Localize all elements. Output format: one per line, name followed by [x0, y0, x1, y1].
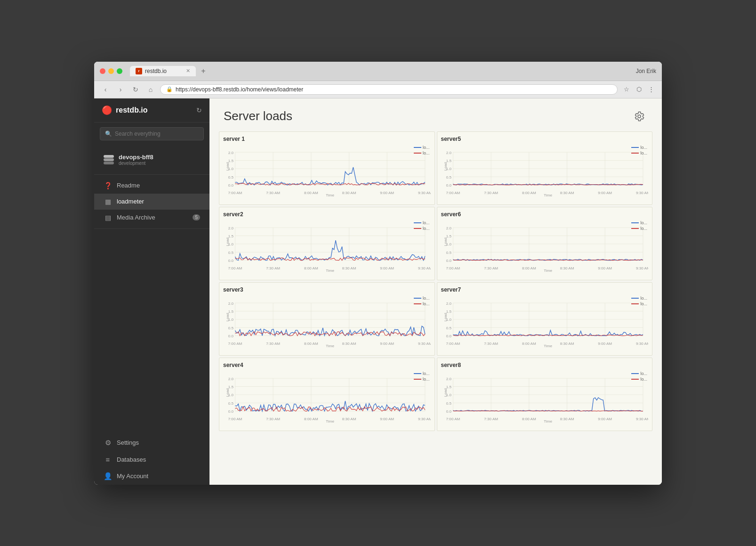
legend-label-2: lo... [640, 151, 647, 155]
svg-text:Load: Load [443, 388, 447, 397]
legend-item-blue: lo... [631, 371, 647, 376]
chart-title: server6 [441, 211, 649, 218]
reload-button[interactable]: ↻ [130, 84, 141, 95]
page-settings-button[interactable] [631, 108, 648, 125]
svg-text:Time: Time [544, 269, 552, 273]
svg-text:2.0: 2.0 [446, 226, 451, 230]
legend-item-blue: lo... [631, 296, 647, 301]
sidebar-item-settings[interactable]: ⚙ Settings [94, 434, 209, 451]
search-input[interactable] [115, 130, 199, 137]
sidebar-refresh-button[interactable]: ↻ [196, 106, 202, 114]
svg-text:Load: Load [225, 237, 230, 246]
chart-card-server4: server4 0.00.51.01.52.0 7:00 AM7:30 AM8:… [219, 358, 435, 431]
svg-text:Time: Time [544, 193, 552, 197]
menu-icon[interactable]: ⋮ [646, 84, 656, 95]
svg-text:8:00 AM: 8:00 AM [522, 417, 536, 421]
db-name: devops-bff8 [119, 154, 153, 161]
db-item[interactable]: devops-bff8 development [100, 150, 204, 170]
svg-text:9:30 AM: 9:30 AM [418, 417, 430, 421]
svg-text:8:00 AM: 8:00 AM [304, 417, 318, 421]
sidebar-item-media-archive[interactable]: ▤ Media Archive 5 [94, 210, 209, 226]
legend-label-2: lo... [640, 226, 647, 231]
svg-text:Time: Time [326, 269, 334, 273]
svg-text:0.0: 0.0 [446, 334, 451, 338]
nav-icon: ▦ [104, 198, 112, 205]
page-title: Server loads [224, 109, 292, 123]
svg-text:9:30 AM: 9:30 AM [636, 417, 648, 421]
home-button[interactable]: ⌂ [145, 84, 156, 95]
sidebar-item-my-account[interactable]: 👤 My Account [94, 468, 209, 485]
forward-button[interactable]: › [115, 84, 126, 95]
nav-icon: ⚙ [104, 439, 112, 447]
nav-icon: ▤ [104, 214, 112, 221]
close-button[interactable] [100, 68, 105, 74]
address-bar[interactable]: 🔒 https://devops-bff8.restdb.io/home/vie… [160, 84, 618, 95]
bookmark-icon[interactable]: ☆ [621, 84, 632, 95]
svg-text:8:30 AM: 8:30 AM [560, 266, 574, 270]
nav-item-label: Media Archive [117, 214, 155, 221]
chart-legend: lo... lo... [414, 145, 430, 156]
tab-close-button[interactable]: ✕ [186, 68, 190, 74]
back-button[interactable]: ‹ [100, 84, 111, 95]
svg-text:7:00 AM: 7:00 AM [446, 342, 460, 346]
svg-text:9:00 AM: 9:00 AM [598, 417, 612, 421]
user-name: Jon Erik [636, 68, 656, 74]
sidebar: 🔴 restdb.io ↻ 🔍 [94, 98, 209, 485]
minimize-button[interactable] [108, 68, 114, 74]
svg-text:8:00 AM: 8:00 AM [304, 191, 318, 195]
sidebar-item-databases[interactable]: ≡ Databases [94, 451, 209, 468]
nav-icon: 👤 [104, 472, 112, 481]
legend-item-red: lo... [414, 377, 430, 382]
legend-label-2: lo... [640, 377, 647, 382]
legend-label-1: lo... [423, 296, 430, 301]
browser-tab[interactable]: r restdb.io ✕ [130, 66, 196, 76]
brand: 🔴 restdb.io [102, 105, 148, 115]
svg-text:8:00 AM: 8:00 AM [522, 342, 536, 346]
sidebar-item-readme[interactable]: ❓ Readme [94, 178, 209, 194]
extensions-icon[interactable]: ⬡ [634, 84, 644, 95]
legend-line-red [414, 153, 421, 154]
legend-label-1: lo... [640, 220, 647, 225]
sidebar-item-loadmeter[interactable]: ▦ loadmeter [94, 194, 209, 210]
svg-text:0.5: 0.5 [228, 401, 234, 405]
legend-line-blue [414, 147, 421, 148]
chart-card-server1: server 1 0.00.51.01.52.0 7:00 AM7:30 AM8… [219, 131, 435, 205]
svg-text:7:00 AM: 7:00 AM [228, 417, 242, 421]
db-stack-icon [104, 155, 114, 164]
chart-title: server8 [441, 362, 649, 368]
nav-item-label: Readme [117, 182, 140, 189]
chart-title: server3 [223, 286, 431, 293]
svg-text:9:00 AM: 9:00 AM [380, 266, 394, 270]
app-layout: 🔴 restdb.io ↻ 🔍 [94, 98, 662, 485]
legend-label-2: lo... [640, 302, 647, 306]
legend-line-blue [414, 298, 421, 299]
legend-line-red [414, 379, 421, 380]
svg-text:8:00 AM: 8:00 AM [522, 266, 536, 270]
chart-area: 0.00.51.01.52.0 7:00 AM7:30 AM8:00 AM8:3… [441, 295, 649, 351]
brand-name: restdb.io [116, 106, 148, 114]
new-tab-button[interactable]: + [198, 65, 209, 77]
legend-line-blue [631, 298, 639, 299]
search-box[interactable]: 🔍 [100, 127, 204, 140]
chart-area: 0.00.51.01.52.0 7:00 AM7:30 AM8:00 AM8:3… [223, 295, 431, 351]
chart-legend: lo... lo... [631, 296, 647, 307]
svg-text:7:00 AM: 7:00 AM [228, 191, 242, 195]
svg-text:0.0: 0.0 [228, 259, 234, 263]
svg-text:Time: Time [326, 344, 334, 348]
svg-text:0.5: 0.5 [446, 175, 451, 179]
legend-label-2: lo... [423, 302, 430, 306]
ssl-lock-icon: 🔒 [166, 86, 173, 92]
chart-title: server5 [441, 136, 649, 142]
legend-item-red: lo... [631, 151, 647, 155]
svg-text:Load: Load [443, 313, 447, 321]
svg-text:7:00 AM: 7:00 AM [446, 417, 460, 421]
svg-text:7:00 AM: 7:00 AM [446, 191, 460, 195]
legend-line-blue [414, 373, 421, 374]
nav-item-label: Databases [117, 456, 146, 463]
maximize-button[interactable] [117, 68, 122, 74]
svg-text:7:30 AM: 7:30 AM [266, 191, 280, 195]
chart-area: 0.00.51.01.52.0 7:00 AM7:30 AM8:00 AM8:3… [441, 370, 649, 427]
chart-title: server7 [441, 286, 649, 293]
svg-text:0.0: 0.0 [446, 259, 451, 263]
svg-text:0.0: 0.0 [446, 183, 451, 187]
